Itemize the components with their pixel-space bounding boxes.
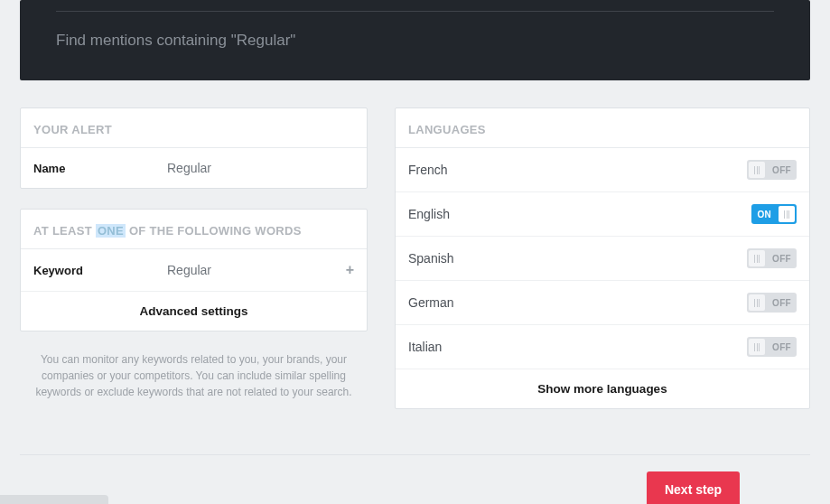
language-toggle[interactable]: OFF [747,160,797,180]
toggle-text: OFF [767,298,797,308]
language-row: EnglishON [396,192,809,237]
language-toggle[interactable]: ON [751,204,797,224]
toggle-text: OFF [767,254,797,264]
language-row: GermanOFF [396,281,809,325]
language-label: French [408,163,448,177]
toggle-knob-icon [749,294,765,311]
keyword-row[interactable]: Keyword Regular + [21,249,367,292]
language-label: Italian [408,340,442,354]
toggle-knob-icon [749,250,765,266]
advanced-settings-button[interactable]: Advanced settings [21,292,367,331]
next-step-button[interactable]: Next step [647,471,740,504]
languages-card: LANGUAGES FrenchOFFEnglishONSpanishOFFGe… [395,107,810,409]
toggle-text: OFF [767,165,797,175]
show-more-languages-button[interactable]: Show more languages [396,369,809,408]
bottom-handle [0,495,108,504]
following-words-header: AT LEAST ONE OF THE FOLLOWING WORDS [21,210,367,249]
language-row: FrenchOFF [396,148,809,192]
toggle-knob-icon [749,339,765,355]
language-label: English [408,207,450,221]
divider [56,11,774,12]
toggle-text: OFF [767,342,797,352]
header-post: OF THE FOLLOWING WORDS [126,224,302,238]
search-summary-panel: Find mentions containing "Regular" [20,0,810,80]
language-label: German [408,295,454,310]
add-keyword-icon[interactable]: + [346,262,354,278]
language-label: Spanish [408,251,454,266]
your-alert-header: YOUR ALERT [21,108,367,148]
keyword-value: Regular [167,263,346,277]
language-toggle[interactable]: OFF [747,248,797,268]
language-toggle[interactable]: OFF [747,337,797,357]
toggle-knob-icon [779,206,795,222]
toggle-knob-icon [749,162,765,178]
find-mentions-text: Find mentions containing "Regular" [56,32,774,50]
footer-divider [20,454,810,455]
language-toggle[interactable]: OFF [747,293,797,313]
help-text: You can monitor any keywords related to … [20,351,368,400]
alert-name-label: Name [33,162,167,175]
languages-header: LANGUAGES [396,108,809,148]
toggle-text: ON [751,210,777,219]
your-alert-card: YOUR ALERT Name Regular [20,107,368,189]
header-pre: AT LEAST [33,224,96,238]
alert-name-value: Regular [167,161,354,175]
following-words-card: AT LEAST ONE OF THE FOLLOWING WORDS Keyw… [20,209,368,331]
language-row: ItalianOFF [396,325,809,369]
header-highlight: ONE [96,224,126,238]
language-row: SpanishOFF [396,237,809,281]
alert-name-row[interactable]: Name Regular [21,148,367,188]
keyword-label: Keyword [33,264,167,277]
